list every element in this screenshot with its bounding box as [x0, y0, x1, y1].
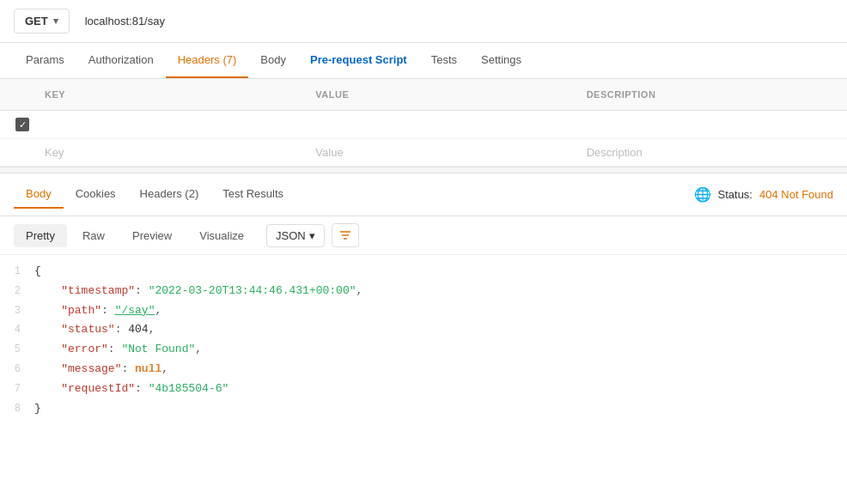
val-message: null: [135, 362, 161, 375]
key-status: "status": [61, 323, 114, 336]
resp-tab-body[interactable]: Body: [14, 180, 64, 209]
key-message: "message": [61, 362, 121, 375]
checkmark-icon: ✓: [19, 120, 27, 130]
tab-body[interactable]: Body: [248, 43, 298, 78]
fmt-preview[interactable]: Preview: [120, 224, 184, 247]
col-description: DESCRIPTION: [576, 84, 847, 105]
val-requestid: "4b185504-6": [149, 382, 229, 395]
val-status: 404: [128, 323, 148, 336]
status-label: Status:: [718, 188, 753, 201]
row2-checkbox-cell: [0, 146, 34, 160]
line-content-1: {: [34, 263, 847, 281]
line-num-8: 8: [0, 400, 34, 417]
val-timestamp: "2022-03-20T13:44:46.431+00:00": [149, 284, 356, 297]
row1-key-cell: [34, 118, 305, 131]
response-header: Body Cookies Headers (2) Test Results 🌐 …: [0, 173, 847, 216]
line-content-4: "status": 404,: [34, 321, 847, 339]
key-error: "error": [61, 343, 108, 355]
tab-authorization[interactable]: Authorization: [76, 43, 166, 78]
line-num-7: 7: [0, 380, 34, 398]
row2-desc-cell: Description: [576, 139, 847, 166]
tab-tests[interactable]: Tests: [419, 43, 469, 78]
line-content-7: "requestId": "4b185504-6": [34, 380, 847, 398]
row2-key-cell: Key: [34, 139, 305, 166]
code-area: 1 { 2 "timestamp": "2022-03-20T13:44:46.…: [0, 255, 847, 425]
fmt-pretty[interactable]: Pretty: [14, 224, 67, 247]
line-content-8: }: [34, 400, 847, 418]
code-line-4: 4 "status": 404,: [0, 320, 847, 340]
col-checkbox: [0, 84, 34, 105]
line-num-2: 2: [0, 282, 34, 300]
line-content-5: "error": "Not Found",: [34, 341, 847, 359]
resp-tab-headers[interactable]: Headers (2): [128, 180, 211, 209]
section-divider: [0, 167, 847, 173]
val-path[interactable]: "/say": [115, 304, 155, 317]
headers-table-header: KEY VALUE DESCRIPTION: [0, 79, 847, 111]
fmt-raw[interactable]: Raw: [70, 224, 117, 247]
tab-settings[interactable]: Settings: [469, 43, 533, 78]
json-label: JSON: [276, 229, 306, 242]
status-area: 🌐 Status: 404 Not Found: [694, 186, 833, 203]
url-bar: GET ▾: [0, 0, 847, 43]
line-num-5: 5: [0, 341, 34, 358]
line-num-3: 3: [0, 302, 34, 319]
col-value: VALUE: [305, 84, 576, 105]
row1-checkbox[interactable]: ✓: [15, 118, 29, 131]
code-line-6: 6 "message": null,: [0, 360, 847, 380]
val-error: "Not Found": [121, 343, 195, 355]
resp-tab-cookies[interactable]: Cookies: [64, 180, 128, 209]
tab-params[interactable]: Params: [14, 43, 76, 78]
fmt-visualize[interactable]: Visualize: [187, 224, 256, 247]
request-tabs: Params Authorization Headers (7) Body Pr…: [0, 43, 847, 79]
tab-headers[interactable]: Headers (7): [166, 43, 249, 78]
filter-icon: [338, 229, 352, 241]
code-line-3: 3 "path": "/say",: [0, 301, 847, 321]
line-num-1: 1: [0, 263, 34, 280]
code-line-7: 7 "requestId": "4b185504-6": [0, 380, 847, 399]
line-num-4: 4: [0, 321, 34, 338]
line-content-2: "timestamp": "2022-03-20T13:44:46.431+00…: [34, 282, 847, 301]
filter-button[interactable]: [332, 223, 359, 247]
globe-icon: 🌐: [694, 186, 711, 203]
code-line-1: 1 {: [0, 262, 847, 282]
code-line-2: 2 "timestamp": "2022-03-20T13:44:46.431+…: [0, 282, 847, 301]
url-input[interactable]: [76, 9, 833, 33]
code-line-8: 8 }: [0, 399, 847, 419]
header-row-1: ✓: [0, 111, 847, 139]
line-content-6: "message": null,: [34, 361, 847, 379]
json-format-select[interactable]: JSON ▾: [266, 224, 325, 247]
format-toolbar: Pretty Raw Preview Visualize JSON ▾: [0, 216, 847, 255]
method-label: GET: [25, 15, 48, 27]
row1-desc-cell: [576, 118, 847, 131]
response-tabs: Body Cookies Headers (2) Test Results: [14, 180, 296, 209]
line-content-3: "path": "/say",: [34, 302, 847, 320]
header-row-2: Key Value Description: [0, 139, 847, 167]
key-timestamp: "timestamp": [61, 284, 135, 297]
key-path: "path": [61, 304, 101, 317]
status-value: 404 Not Found: [759, 188, 833, 201]
tab-prerequest[interactable]: Pre-request Script: [298, 43, 419, 78]
resp-tab-testresults[interactable]: Test Results: [210, 180, 296, 209]
json-chevron: ▾: [309, 229, 315, 242]
row2-value-cell: Value: [305, 139, 576, 166]
row1-checkbox-cell: ✓: [0, 111, 34, 138]
key-requestid: "requestId": [61, 382, 135, 395]
line-num-6: 6: [0, 361, 34, 378]
code-line-5: 5 "error": "Not Found",: [0, 340, 847, 360]
method-select[interactable]: GET ▾: [14, 9, 70, 33]
method-chevron: ▾: [53, 15, 58, 27]
col-key: KEY: [34, 84, 305, 105]
row1-value-cell: [305, 118, 576, 131]
